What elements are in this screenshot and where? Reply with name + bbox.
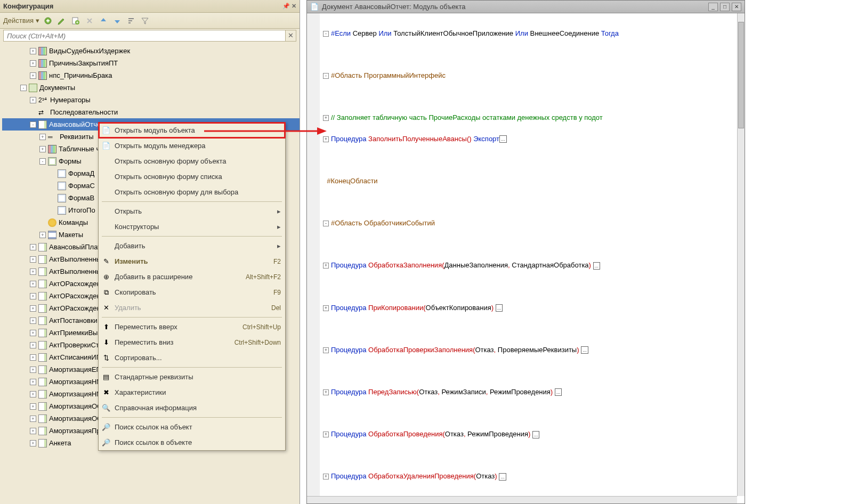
delete-icon[interactable] [84, 15, 95, 26]
menu-shortcut: Ctrl+Shift+Up [242, 323, 281, 331]
fold-icon[interactable]: - [323, 221, 329, 226]
maximize-button[interactable]: □ [720, 3, 730, 11]
menu-icon: ⬆ [101, 322, 111, 332]
up-icon[interactable] [98, 15, 109, 26]
tree-item[interactable]: +ВидыСудебныхИздержек [2, 45, 300, 57]
expand-toggle[interactable]: + [30, 256, 36, 263]
menu-item[interactable]: 🔍Справочная информация [99, 400, 285, 416]
actions-menu[interactable]: Действия ▾ [3, 17, 39, 25]
expand-toggle[interactable]: + [30, 342, 36, 348]
menu-item[interactable]: ⊕Добавить в расширениеAlt+Shift+F2 [99, 269, 285, 284]
tree-label: Реквизиты [60, 133, 94, 141]
add-ext-icon[interactable] [70, 15, 81, 26]
expand-toggle[interactable]: + [30, 97, 36, 103]
expand-toggle[interactable]: + [39, 134, 46, 140]
tree-item[interactable]: ⇄Последовательности [2, 106, 300, 118]
fold-icon[interactable]: + [323, 474, 329, 479]
fold-icon[interactable]: - [323, 73, 329, 79]
expand-toggle[interactable]: + [30, 379, 36, 385]
search-clear[interactable]: ✕ [286, 30, 296, 42]
code-editor[interactable]: -#Если Сервер Или ТолстыйКлиентОбычноеПр… [307, 13, 737, 503]
expand-toggle[interactable]: + [30, 330, 36, 336]
fold-icon[interactable]: + [323, 136, 329, 142]
expand-toggle[interactable]: + [39, 232, 46, 238]
down-icon[interactable] [112, 15, 123, 26]
tree-label: АктПостановки [49, 316, 98, 324]
expand-toggle[interactable]: + [30, 48, 36, 54]
menu-item[interactable]: Открыть▸ [99, 204, 285, 219]
tree-item[interactable]: +2³⁴Нумераторы [2, 94, 300, 106]
sort-icon[interactable] [126, 15, 136, 26]
tree-icon [29, 84, 37, 92]
config-toolbar: Действия ▾ [0, 13, 300, 29]
menu-item[interactable]: 🔎Поиск ссылок на объект [99, 419, 285, 435]
expand-toggle[interactable]: + [30, 403, 36, 410]
tree-label: АктПроверкиСт [49, 341, 99, 349]
fold-icon[interactable]: + [323, 347, 329, 353]
expand-toggle[interactable]: + [30, 391, 36, 397]
tree-label: АктСписанияИП [49, 353, 101, 361]
horizontal-scrollbar[interactable] [307, 496, 737, 503]
expand-toggle[interactable]: + [30, 428, 36, 434]
search-input[interactable] [3, 30, 286, 42]
tree-label: АвансовыйПлат [49, 243, 101, 251]
menu-icon [101, 172, 111, 182]
expand-toggle[interactable]: + [30, 354, 36, 361]
filter-icon[interactable] [140, 15, 150, 26]
menu-item[interactable]: Открыть основную форму объекта [99, 153, 285, 169]
tree-item[interactable]: +ПричиныЗакрытияПТ [2, 57, 300, 69]
menu-item[interactable]: ▤Стандартные реквизиты [99, 369, 285, 385]
fold-icon[interactable]: - [323, 31, 329, 37]
edit-icon[interactable] [56, 15, 67, 26]
menu-item[interactable]: ⬇Переместить внизCtrl+Shift+Down [99, 335, 285, 350]
expand-toggle[interactable]: - [30, 121, 36, 128]
expand-toggle[interactable]: + [30, 367, 36, 373]
pin-icon[interactable]: 📌 ✕ [282, 3, 296, 10]
code-title: Документ АвансовыйОтчет: Модуль объекта [322, 3, 465, 11]
fold-icon[interactable]: + [323, 389, 329, 395]
expand-toggle[interactable]: + [39, 146, 46, 152]
menu-item[interactable]: Открыть основную форму для выбора [99, 184, 285, 200]
menu-icon: ✖ [101, 387, 111, 398]
menu-shortcut: F9 [273, 289, 281, 296]
add-icon[interactable] [43, 15, 53, 26]
expand-toggle[interactable]: - [20, 85, 27, 91]
menu-icon: ⊕ [101, 272, 111, 282]
vertical-scrollbar[interactable] [737, 13, 745, 496]
expand-toggle[interactable]: + [30, 244, 36, 250]
tree-item[interactable]: +нпс_ПричиныБрака [2, 69, 300, 82]
menu-item[interactable]: Добавить▸ [99, 238, 285, 254]
menu-item[interactable]: 🔎Поиск ссылок в объекте [99, 435, 285, 450]
tree-label: ВидыСудебныхИздержек [49, 47, 130, 55]
menu-item[interactable]: 📄Открыть модуль менеджера [99, 138, 285, 153]
minimize-button[interactable]: _ [708, 3, 718, 11]
tree-item[interactable]: -Документы [2, 82, 300, 94]
menu-label: Характеристики [115, 388, 281, 396]
expand-toggle[interactable]: + [30, 293, 36, 299]
menu-item[interactable]: ⧉СкопироватьF9 [99, 284, 285, 300]
expand-toggle[interactable]: + [30, 416, 36, 422]
tree-icon [38, 280, 47, 288]
expand-toggle[interactable]: + [30, 440, 36, 446]
tree-icon [38, 365, 47, 374]
expand-toggle[interactable]: + [30, 318, 36, 324]
expand-toggle[interactable]: - [39, 158, 46, 165]
fold-icon[interactable]: + [323, 263, 329, 269]
menu-item[interactable]: Конструкторы▸ [99, 219, 285, 234]
menu-item[interactable]: ⬆Переместить вверхCtrl+Shift+Up [99, 319, 285, 335]
expand-toggle[interactable]: + [30, 269, 36, 275]
expand-toggle[interactable]: + [30, 305, 36, 312]
menu-icon: 🔎 [101, 422, 111, 433]
fold-icon[interactable]: + [323, 432, 329, 437]
fold-icon[interactable]: + [323, 115, 329, 121]
expand-toggle[interactable]: + [30, 60, 36, 67]
menu-item[interactable]: ✖Характеристики [99, 385, 285, 400]
expand-toggle[interactable]: + [30, 281, 36, 287]
menu-item[interactable]: ✎ИзменитьF2 [99, 254, 285, 269]
expand-toggle[interactable]: + [30, 72, 36, 79]
menu-item[interactable]: Открыть основную форму списка [99, 169, 285, 184]
close-button[interactable]: ✕ [732, 3, 741, 11]
menu-item[interactable]: 📄Открыть модуль объекта [99, 123, 285, 138]
menu-item[interactable]: ⇅Сортировать... [99, 350, 285, 365]
fold-icon[interactable]: + [323, 305, 329, 311]
